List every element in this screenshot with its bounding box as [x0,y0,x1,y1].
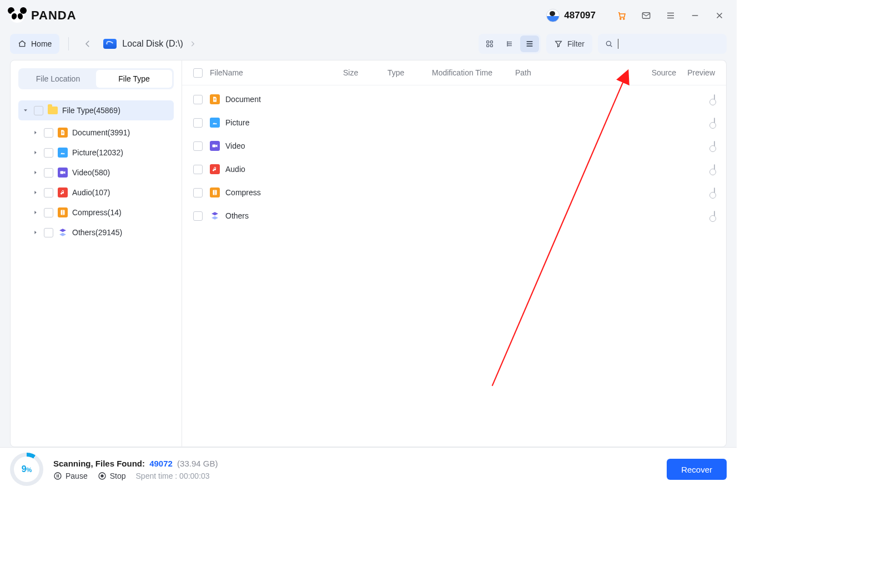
chevron-right-icon [33,170,39,175]
tree-item-label: Picture(12032) [72,148,123,157]
table-row[interactable]: Others [182,204,726,227]
svg-rect-5 [487,44,489,47]
checkbox[interactable] [44,168,53,178]
spent-time: Spent time : 00:00:03 [136,472,210,480]
search-input[interactable] [598,34,727,54]
grid-icon [485,39,494,48]
tree-item-others[interactable]: Others(29145) [28,222,174,242]
recover-button[interactable]: Recover [667,459,727,480]
home-button[interactable]: Home [10,34,59,54]
pause-icon [53,472,62,480]
minimize-icon[interactable] [686,6,704,25]
close-icon[interactable] [710,6,729,25]
checkbox[interactable] [44,148,53,158]
avatar-icon [546,9,560,22]
tree-item-label: Audio(107) [72,188,110,197]
table-row[interactable]: Video [182,134,726,158]
checkbox[interactable] [44,188,53,197]
view-mode-toggle [479,34,541,54]
toolbar: Home Local Disk (D:\) Filter [0,31,737,60]
body: File Location File Type File Type(45869) [0,60,737,447]
preview-button[interactable] [714,118,715,128]
filter-button[interactable]: Filter [546,34,592,54]
th-preview[interactable]: Preview [676,68,715,77]
preview-button[interactable] [714,187,715,197]
scanning-label: Scanning, Files Found: [53,459,145,468]
svg-rect-4 [490,41,492,43]
view-tree-button[interactable] [500,36,519,52]
checkbox[interactable] [193,165,203,174]
tree-item-compress[interactable]: Compress(14) [28,202,174,222]
back-button[interactable] [78,34,98,54]
stop-button[interactable]: Stop [98,472,126,480]
found-size: (33.94 GB) [177,459,218,468]
chevron-right-icon [33,130,39,135]
checkbox[interactable] [193,141,203,151]
preview-button[interactable] [714,164,715,174]
found-count: 49072 [149,459,173,468]
menu-icon[interactable] [661,6,680,25]
tree-item-video[interactable]: Video(580) [28,163,174,183]
preview-button[interactable] [714,94,715,104]
tree-children: Document(3991) Picture(12032) Video(580) [28,123,174,242]
th-size[interactable]: Size [343,68,387,77]
tree-root-label: File Type(45869) [62,106,120,115]
checkbox[interactable] [34,106,43,115]
progress-ring: 9% [10,453,43,486]
chevron-right-icon [33,190,39,195]
view-list-button[interactable] [520,36,539,52]
select-all-checkbox[interactable] [193,68,203,78]
progress-percent: 9 [22,464,27,474]
pause-label: Pause [66,472,88,480]
tree-item-document[interactable]: Document(3991) [28,123,174,143]
table-header: FileName Size Type Modification Time Pat… [182,60,726,85]
sidebar-tabs: File Location File Type [18,68,174,89]
table-row[interactable]: Picture [182,111,726,134]
th-type[interactable]: Type [387,68,432,77]
tree-item-picture[interactable]: Picture(12032) [28,143,174,163]
pause-button[interactable]: Pause [53,472,88,480]
table-body: Document Picture [182,85,726,230]
checkbox[interactable] [193,211,203,221]
checkbox[interactable] [193,95,203,104]
checkbox[interactable] [44,208,53,217]
tree-item-label: Others(29145) [72,228,122,237]
tab-file-type[interactable]: File Type [96,70,172,88]
svg-rect-8 [61,171,64,174]
table-row[interactable]: Document [182,88,726,111]
checkbox[interactable] [44,228,53,237]
chevron-right-icon [189,40,197,48]
checkbox[interactable] [193,188,203,197]
tree-item-label: Document(3991) [72,128,130,137]
tab-file-location[interactable]: File Location [20,70,96,88]
preview-button[interactable] [714,211,715,221]
mail-icon[interactable] [637,6,656,25]
tree-root-file-type[interactable]: File Type(45869) [18,100,174,120]
checkbox[interactable] [193,118,203,128]
list-icon [525,39,534,48]
sidebar: File Location File Type File Type(45869) [10,60,182,447]
th-path[interactable]: Path [515,68,637,77]
checkbox[interactable] [44,128,53,138]
breadcrumb[interactable]: Local Disk (D:\) [103,39,196,49]
th-source[interactable]: Source [637,68,676,77]
cart-icon[interactable] [612,6,631,25]
stop-icon [98,472,107,480]
breadcrumb-path: Local Disk (D:\) [122,39,183,49]
svg-rect-6 [490,44,492,47]
view-grid-button[interactable] [480,36,499,52]
row-label: Others [225,211,249,220]
document-icon [210,94,220,104]
th-filename[interactable]: FileName [210,68,343,77]
user-account[interactable]: 487097 [546,9,596,22]
tree-item-audio[interactable]: Audio(107) [28,183,174,202]
panda-icon [8,7,27,24]
preview-button[interactable] [714,141,715,151]
th-modification[interactable]: Modification Time [432,68,515,77]
table-row[interactable]: Audio [182,158,726,181]
compress-icon [58,207,68,217]
chevron-right-icon [33,210,39,215]
app-window: PANDA 487097 Home [0,0,737,491]
table-row[interactable]: Compress [182,181,726,204]
separator [68,37,69,50]
